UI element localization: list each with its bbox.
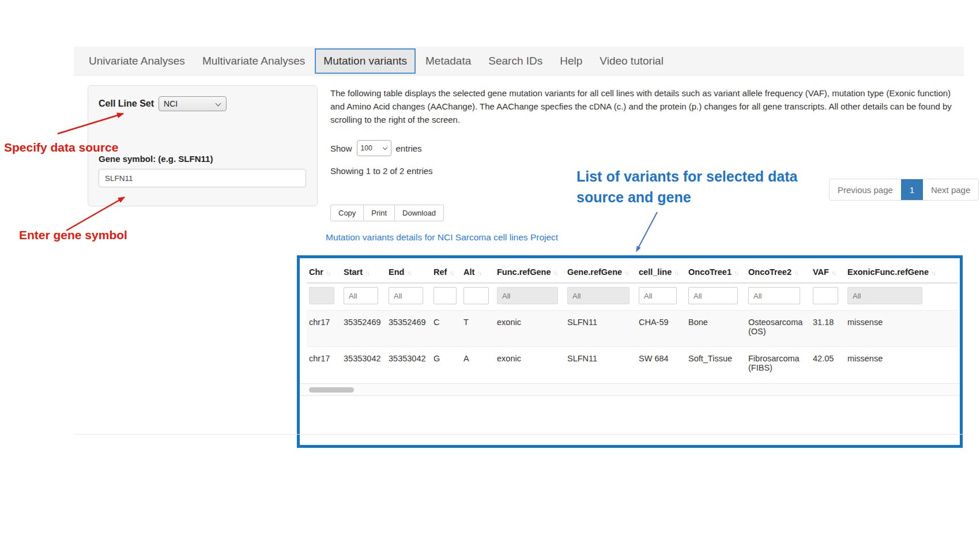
sort-icon[interactable]: ↑↓ <box>477 269 481 276</box>
filter-exonicfunc-refgene[interactable] <box>847 287 922 304</box>
column-header-exonicfunc-refgene[interactable]: ExonicFunc.refGene↑↓ <box>845 258 958 283</box>
table-cell: T <box>461 311 495 347</box>
table-title-link[interactable]: Mutation variants details for NCI Sarcom… <box>326 232 558 243</box>
table-cell: 31.18 <box>811 311 845 347</box>
table-cell: 35353042 <box>341 347 386 383</box>
sort-icon[interactable]: ↑↓ <box>553 269 557 276</box>
filter-vaf[interactable] <box>813 287 838 304</box>
enter-gene-symbol-note: Enter gene symbol <box>19 228 127 242</box>
export-button-group: Copy Print Download <box>330 205 444 221</box>
column-header-oncotree1[interactable]: OncoTree1↑↓ <box>686 258 746 283</box>
table-cell: chr17 <box>307 311 341 347</box>
table-cell: SW 684 <box>636 347 686 383</box>
filter-func-refgene[interactable] <box>497 287 558 304</box>
tab-metadata[interactable]: Metadata <box>425 55 471 67</box>
tab-mutation-variants[interactable]: Mutation variants <box>315 48 416 74</box>
table-cell: exonic <box>495 311 565 347</box>
filter-oncotree1[interactable] <box>688 287 738 304</box>
tab-univariate-analyses[interactable]: Univariate Analyses <box>89 55 185 67</box>
table-cell: exonic <box>495 347 565 383</box>
entries-label: entries <box>396 144 422 153</box>
cell-line-set-value: NCI <box>164 99 178 108</box>
tab-search-ids[interactable]: Search IDs <box>488 55 542 67</box>
table-cell: 35353042 <box>386 347 431 383</box>
sort-icon[interactable]: ↑↓ <box>831 269 835 276</box>
table-cell: chr17 <box>307 347 341 383</box>
pagination: Previous page 1 Next page <box>829 179 979 201</box>
table-row[interactable]: chr17 35352469 35352469 C T exonic SLFN1… <box>307 311 958 347</box>
table-cell: SLFN11 <box>565 347 636 383</box>
download-button[interactable]: Download <box>395 205 444 221</box>
sort-icon[interactable]: ↑↓ <box>794 269 798 276</box>
sort-icon[interactable]: ↑↓ <box>624 269 628 276</box>
print-button[interactable]: Print <box>364 205 395 221</box>
filter-oncotree2[interactable] <box>748 287 800 304</box>
table-cell: SLFN11 <box>565 311 636 347</box>
sort-icon[interactable]: ↑↓ <box>406 269 410 276</box>
filter-ref[interactable] <box>434 287 457 304</box>
cell-line-set-label: Cell Line Set <box>99 99 154 109</box>
filter-row <box>307 283 958 311</box>
tab-help[interactable]: Help <box>560 55 582 67</box>
table-cell: Soft_Tissue <box>686 347 746 383</box>
filter-alt[interactable] <box>463 287 489 304</box>
tab-video-tutorial[interactable]: Video tutorial <box>600 55 664 67</box>
page-divider <box>74 434 963 435</box>
scrollbar-thumb[interactable] <box>309 387 354 393</box>
column-header-gene-refgene[interactable]: Gene.refGene↑↓ <box>565 258 636 283</box>
variants-table-container: Chr↑↓ Start↑↓ End↑↓ Ref↑↓ Alt↑↓ Func.ref… <box>297 255 963 448</box>
mutation-variants-page: Univariate Analyses Multivariate Analyse… <box>0 0 980 551</box>
column-header-oncotree2[interactable]: OncoTree2↑↓ <box>746 258 811 283</box>
filter-cell-line[interactable] <box>639 287 677 304</box>
table-cell: 35352469 <box>386 311 431 347</box>
previous-page-button[interactable]: Previous page <box>830 179 901 200</box>
column-header-cell-line[interactable]: cell_line↑↓ <box>636 258 686 283</box>
column-header-alt[interactable]: Alt↑↓ <box>461 258 495 283</box>
column-header-func-refgene[interactable]: Func.refGene↑↓ <box>495 258 565 283</box>
sort-icon[interactable]: ↑↓ <box>734 269 738 276</box>
table-cell: Fibrosarcoma (FIBS) <box>746 347 811 383</box>
gene-symbol-label: Gene symbol: (e.g. SLFN11) <box>99 154 213 164</box>
list-of-variants-note: List of variants for selected data sourc… <box>576 166 797 207</box>
table-cell: 42.05 <box>811 347 845 383</box>
gene-symbol-input[interactable] <box>99 169 306 187</box>
specify-data-source-note: Specify data source <box>4 141 118 154</box>
top-navbar: Univariate Analyses Multivariate Analyse… <box>74 47 964 76</box>
table-cell: 35352469 <box>341 311 386 347</box>
column-header-vaf[interactable]: VAF↑↓ <box>811 258 845 283</box>
table-cell: C <box>431 311 461 347</box>
filter-chr[interactable] <box>309 287 334 304</box>
copy-button[interactable]: Copy <box>330 205 364 221</box>
table-cell: Osteosarcoma (OS) <box>746 311 811 347</box>
show-entries-control: Show 100 entries <box>330 140 422 156</box>
cell-line-set-select[interactable]: NCI <box>159 96 227 111</box>
table-cell: missense <box>845 311 958 347</box>
horizontal-scrollbar[interactable] <box>300 383 960 396</box>
sort-icon[interactable]: ↑↓ <box>365 269 369 276</box>
sort-icon[interactable]: ↑↓ <box>931 269 935 276</box>
sort-icon[interactable]: ↑↓ <box>449 269 453 276</box>
table-cell: Bone <box>686 311 746 347</box>
column-header-start[interactable]: Start↑↓ <box>341 258 386 283</box>
column-header-ref[interactable]: Ref↑↓ <box>431 258 461 283</box>
table-cell: missense <box>845 347 958 383</box>
showing-entries-status: Showing 1 to 2 of 2 entries <box>330 166 433 176</box>
page-1-button[interactable]: 1 <box>901 179 923 200</box>
chevron-down-icon <box>216 101 221 107</box>
filter-start[interactable] <box>344 287 378 304</box>
tab-multivariate-analyses[interactable]: Multivariate Analyses <box>202 55 305 67</box>
table-description: The following table displays the selecte… <box>330 86 956 126</box>
page-length-select[interactable]: 100 <box>357 140 391 156</box>
table-cell: CHA-59 <box>636 311 686 347</box>
list-of-variants-arrow <box>636 212 657 251</box>
filter-gene-refgene[interactable] <box>567 287 630 304</box>
table-row[interactable]: chr17 35353042 35353042 G A exonic SLFN1… <box>307 347 958 383</box>
next-page-button[interactable]: Next page <box>923 179 978 200</box>
column-header-end[interactable]: End↑↓ <box>386 258 431 283</box>
table-cell: A <box>461 347 495 383</box>
column-header-chr[interactable]: Chr↑↓ <box>307 258 341 283</box>
table-cell: G <box>431 347 461 383</box>
sort-icon[interactable]: ↑↓ <box>674 269 678 276</box>
sort-icon[interactable]: ↑↓ <box>326 269 330 276</box>
filter-end[interactable] <box>389 287 423 304</box>
